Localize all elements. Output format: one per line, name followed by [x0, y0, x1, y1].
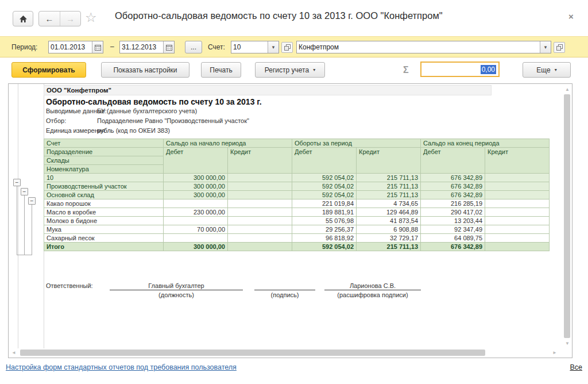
report-title: Оборотно-сальдовая ведомость по счету 10… [46, 97, 262, 106]
report-area: − − − ООО "Конфетпром" Оборотно-сальдова… [8, 83, 572, 358]
back-button[interactable]: ← [39, 11, 60, 26]
date-to-field [119, 41, 175, 53]
table-row-department: Производственный участок 300 000,00 592 … [44, 182, 550, 191]
footer-all-link[interactable]: Все [570, 363, 582, 371]
organization-input[interactable] [297, 41, 540, 53]
print-button[interactable]: Печать [201, 62, 241, 78]
table-row-item: Какао порошок 221 019,84 4 734,65 216 28… [44, 199, 550, 208]
close-icon[interactable]: × [568, 11, 574, 21]
col-group-turnover: Обороты за период [292, 139, 421, 148]
tree-panel-divider [18, 84, 18, 348]
collapse-group-account[interactable]: − [13, 179, 21, 186]
home-button[interactable] [13, 11, 33, 26]
date-to-input[interactable] [120, 41, 163, 53]
table-header-row: Счет Сальдо на начало периода Обороты за… [44, 139, 550, 148]
table-row-item: Масло в коробке 230 000,00 189 881,91 12… [44, 208, 550, 217]
account-combo: ▾ [231, 41, 279, 53]
home-icon [19, 15, 28, 23]
nav-history-group: ← → [38, 11, 81, 26]
table-row-item: Молоко в бидоне 55 076,98 41 873,54 13 2… [44, 217, 550, 225]
col-group-closing-balance: Сальдо на конец периода [421, 139, 550, 148]
account-choose-icon[interactable] [281, 42, 293, 53]
tree-connector-line [17, 255, 32, 255]
collapse-group-warehouse[interactable]: − [28, 197, 36, 205]
organization-dropdown-icon[interactable]: ▾ [540, 41, 551, 53]
report-org-band[interactable]: ООО "Конфетпром" [44, 85, 492, 95]
period-label: Период: [11, 43, 37, 51]
col-header-nomenclature: Номенклатура [44, 165, 164, 174]
report-toolbar: Сформировать Показать настройки Печать Р… [0, 57, 588, 83]
col-header-department: Подразделение [44, 148, 164, 156]
title-bar: ← → ☆ Оборотно-сальдовая ведомость по сч… [0, 0, 588, 36]
col-header-debit: Дебет [164, 148, 228, 174]
horizontal-scrollbar-thumb[interactable] [20, 350, 485, 356]
col-header-debit: Дебет [421, 148, 485, 174]
organization-choose-icon[interactable] [554, 42, 565, 53]
account-label: Счет: [208, 43, 225, 51]
filter-bar: Период: – ... Счет: ▾ ▾ [0, 36, 588, 57]
more-button[interactable]: Еще ▾ [523, 62, 571, 78]
scroll-up-icon[interactable]: ▲ [565, 87, 570, 92]
register-button[interactable]: Регистр учета ▾ [255, 62, 325, 78]
window-title: Оборотно-сальдовая ведомость по счету 10… [115, 10, 443, 21]
collapse-group-department[interactable]: − [21, 188, 28, 195]
table-row-warehouse: Основной склад 300 000,00 592 054,02 215… [44, 191, 550, 199]
status-bar: Настройка форм стандартных отчетов под т… [0, 363, 588, 371]
sum-input[interactable]: 0,00 [420, 62, 500, 77]
tree-connector-line [32, 205, 32, 255]
report-meta-row: Отбор:Подразделение Равно "Производствен… [46, 117, 249, 124]
signature-name: Ларионова С.В. (расшифровка подписи) [324, 282, 421, 298]
date-from-input[interactable] [49, 41, 92, 53]
show-settings-button[interactable]: Показать настройки [101, 62, 189, 78]
calendar-icon[interactable] [92, 41, 103, 53]
col-header-credit: Кредит [357, 148, 421, 174]
account-dropdown-icon[interactable]: ▾ [268, 41, 278, 53]
chevron-down-icon: ▾ [555, 67, 557, 72]
tree-connector-line [24, 195, 25, 255]
sum-selected-value: 0,00 [481, 65, 496, 74]
period-dash: – [110, 43, 114, 51]
col-header-debit: Дебет [292, 148, 357, 174]
period-options-button[interactable]: ... [185, 41, 202, 53]
tree-connector-line [17, 186, 17, 255]
favorite-star-icon[interactable]: ☆ [85, 11, 97, 24]
account-input[interactable] [231, 41, 268, 53]
footer-settings-link[interactable]: Настройка форм стандартных отчетов под т… [6, 363, 237, 371]
col-header-account: Счет [44, 139, 164, 148]
col-header-credit: Кредит [228, 148, 292, 174]
table-row-item: Мука 70 000,00 29 256,37 6 908,88 92 347… [44, 225, 550, 234]
table-row-account-10: 10 300 000,00 592 054,02 215 711,13 676 … [44, 174, 550, 182]
scroll-down-icon[interactable]: ▼ [565, 341, 570, 346]
col-header-credit: Кредит [485, 148, 550, 174]
responsible-label: Ответственный: [46, 282, 93, 289]
scroll-left-icon[interactable]: ◄ [11, 351, 16, 355]
table-row-total: Итого 300 000,00 592 054,02 215 711,13 6… [44, 243, 550, 251]
calendar-icon[interactable] [163, 41, 174, 53]
date-from-field [48, 41, 103, 53]
report-table: Счет Сальдо на начало периода Обороты за… [44, 139, 550, 251]
organization-combo: ▾ [296, 41, 551, 53]
table-header-row: Подразделение Дебет Кредит Дебет Кредит … [44, 148, 550, 156]
report-meta-row: Выводимые данные:БУ (данные бухгалтерско… [46, 107, 197, 114]
signature-sign: (подпись) [254, 282, 315, 298]
col-header-warehouses: Склады [44, 156, 164, 165]
report-meta-row: Единица измерения:рубль (код по ОКЕИ 383… [46, 127, 170, 134]
signature-position: Главный бухгалтер (должность) [110, 282, 243, 298]
sigma-icon: Σ [403, 65, 409, 75]
forward-button[interactable]: → [60, 11, 80, 26]
scroll-right-icon[interactable]: ► [552, 351, 557, 355]
table-row-item: Сахарный песок 96 818,92 32 729,17 64 08… [44, 234, 550, 243]
chevron-down-icon: ▾ [313, 67, 315, 72]
generate-button[interactable]: Сформировать [11, 62, 86, 78]
vertical-scrollbar-thumb[interactable] [564, 94, 570, 338]
col-group-opening-balance: Сальдо на начало периода [164, 139, 292, 148]
